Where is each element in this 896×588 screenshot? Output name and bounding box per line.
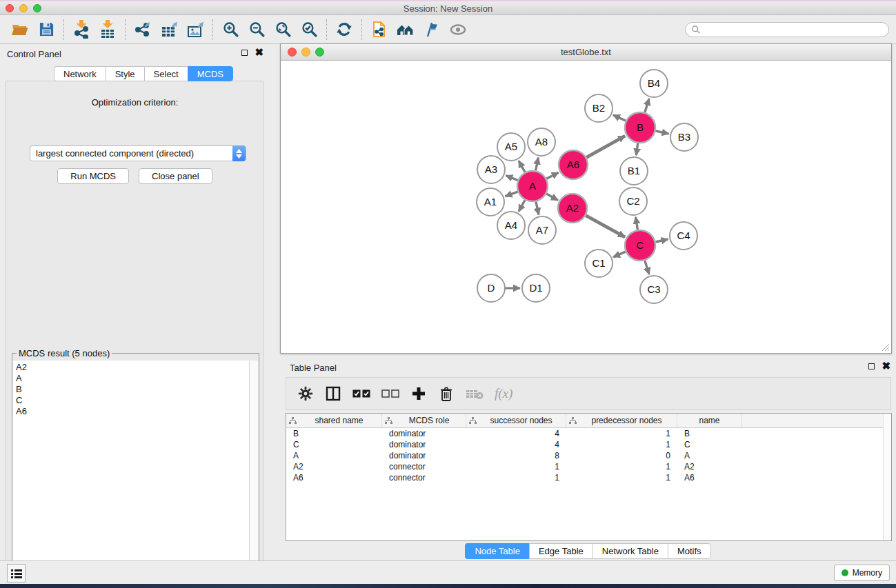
table-scrollbar[interactable] — [883, 414, 891, 540]
node-C2[interactable]: C2 — [619, 187, 647, 215]
zoom-out-button[interactable] — [243, 18, 270, 41]
node-B3[interactable]: B3 — [670, 123, 698, 151]
tab-network[interactable]: Network — [54, 66, 106, 81]
column-header[interactable]: MCDS role — [382, 414, 466, 427]
node-B2[interactable]: B2 — [585, 94, 613, 122]
column-header[interactable]: predecessor nodes — [566, 414, 677, 427]
function-builder-button[interactable]: f(x) — [495, 384, 512, 403]
run-mcds-button[interactable]: Run MCDS — [57, 168, 129, 184]
edge-A-A3[interactable] — [506, 176, 517, 181]
tab-style[interactable]: Style — [106, 66, 144, 81]
close-table-panel-icon[interactable]: ✖ — [882, 362, 890, 370]
network-canvas[interactable]: B4B2BB3A8A5A6A3B1AC2A1A2A4A7C4CC1DD1C3 — [281, 61, 890, 352]
node-A8[interactable]: A8 — [528, 128, 555, 156]
column-header[interactable]: name — [677, 414, 742, 427]
edge-A6-B[interactable] — [586, 136, 625, 157]
node-B1[interactable]: B1 — [620, 157, 648, 185]
edge-C-C2[interactable] — [636, 217, 638, 230]
mcds-result-list[interactable]: A2ABCA6 — [13, 361, 258, 585]
column-header[interactable]: successor nodes — [466, 414, 566, 427]
close-panel-button[interactable]: Close panel — [139, 168, 212, 184]
edge-A-A2[interactable] — [546, 194, 558, 200]
table-settings-button[interactable] — [297, 384, 314, 403]
node-A2[interactable]: A2 — [558, 194, 587, 223]
panel-menu-button[interactable] — [7, 564, 26, 582]
table-row[interactable]: A2connector11A2 — [286, 461, 891, 472]
mcds-result-item[interactable]: B — [16, 384, 258, 395]
table-row[interactable]: Adominator80A — [286, 450, 891, 461]
close-panel-icon[interactable]: ✖ — [255, 48, 263, 57]
edge-A-A8[interactable] — [536, 158, 539, 171]
edge-C-C3[interactable] — [645, 261, 649, 274]
edge-B-B1[interactable] — [636, 143, 637, 155]
zoom-fit-button[interactable] — [270, 18, 296, 41]
table-header-row[interactable]: shared nameMCDS rolesuccessor nodesprede… — [286, 414, 891, 428]
float-panel-icon[interactable] — [241, 50, 248, 56]
edge-B-B2[interactable] — [613, 115, 626, 121]
mcds-result-item[interactable]: A — [16, 373, 258, 384]
select-all-columns-button[interactable] — [352, 384, 370, 403]
table-row[interactable]: Bdominator41B — [286, 428, 891, 439]
mcds-result-item[interactable]: A2 — [16, 362, 258, 373]
node-C1[interactable]: C1 — [585, 250, 613, 277]
show-columns-button[interactable] — [325, 384, 341, 403]
tab-mcds[interactable]: MCDS — [188, 66, 233, 81]
show-graphics-details-button[interactable] — [445, 18, 471, 41]
zoom-in-button[interactable] — [217, 18, 243, 41]
export-network-button[interactable] — [130, 18, 156, 41]
node-B4[interactable]: B4 — [640, 70, 668, 97]
tab-network-table[interactable]: Network Table — [593, 543, 668, 559]
node-C3[interactable]: C3 — [640, 276, 668, 303]
network-from-file-button[interactable] — [366, 18, 392, 41]
refresh-button[interactable] — [331, 18, 357, 41]
search-field[interactable] — [685, 22, 889, 37]
mcds-list-scrollbar[interactable] — [249, 361, 258, 585]
import-table-button[interactable] — [94, 18, 121, 41]
mcds-result-item[interactable]: C — [16, 395, 258, 406]
node-A7[interactable]: A7 — [528, 216, 556, 244]
edge-B-B3[interactable] — [655, 131, 668, 134]
create-column-button[interactable] — [410, 384, 427, 403]
delete-columns-button[interactable] — [438, 384, 455, 403]
criterion-dropdown[interactable]: largest connected component (directed) — [30, 145, 246, 161]
edge-A-A6[interactable] — [546, 172, 558, 179]
node-table[interactable]: shared nameMCDS rolesuccessor nodesprede… — [286, 413, 892, 541]
node-A1[interactable]: A1 — [477, 188, 504, 216]
table-row[interactable]: Cdominator41C — [286, 439, 891, 450]
mcds-result-item[interactable]: A6 — [16, 406, 258, 417]
edge-C-C1[interactable] — [613, 252, 626, 257]
edge-A-A5[interactable] — [519, 161, 525, 172]
node-C4[interactable]: C4 — [670, 222, 697, 250]
node-B[interactable]: B — [625, 112, 655, 143]
tab-edge-table[interactable]: Edge Table — [529, 543, 593, 559]
reset-layout-button[interactable] — [392, 18, 419, 41]
edge-B-B4[interactable] — [645, 99, 649, 112]
node-A[interactable]: A — [517, 171, 548, 201]
tab-select[interactable]: Select — [144, 66, 188, 81]
export-table-button[interactable] — [156, 18, 182, 41]
node-C[interactable]: C — [625, 230, 655, 261]
table-row[interactable]: A6connector11A6 — [286, 472, 891, 483]
save-session-button[interactable] — [33, 18, 59, 41]
node-A6[interactable]: A6 — [559, 150, 588, 179]
column-header[interactable]: shared name — [286, 414, 382, 427]
edge-C-C4[interactable] — [655, 239, 668, 242]
node-A4[interactable]: A4 — [497, 212, 525, 239]
search-input[interactable] — [701, 23, 888, 36]
open-session-button[interactable] — [7, 18, 33, 41]
vizmapper-button[interactable] — [419, 18, 445, 41]
unselect-all-columns-button[interactable] — [381, 384, 399, 403]
tab-motifs[interactable]: Motifs — [668, 543, 711, 559]
edge-A-A4[interactable] — [519, 200, 525, 212]
export-image-button[interactable] — [182, 18, 208, 41]
edge-A-A1[interactable] — [506, 192, 518, 196]
node-A5[interactable]: A5 — [497, 133, 525, 161]
import-network-button[interactable] — [68, 18, 94, 41]
memory-button[interactable]: Memory — [834, 565, 890, 581]
node-A3[interactable]: A3 — [477, 156, 505, 183]
node-D1[interactable]: D1 — [522, 274, 550, 302]
delete-table-button[interactable] — [466, 384, 484, 403]
edge-A2-C[interactable] — [586, 216, 625, 237]
zoom-selected-button[interactable] — [296, 18, 322, 41]
tab-node-table[interactable]: Node Table — [465, 543, 529, 559]
